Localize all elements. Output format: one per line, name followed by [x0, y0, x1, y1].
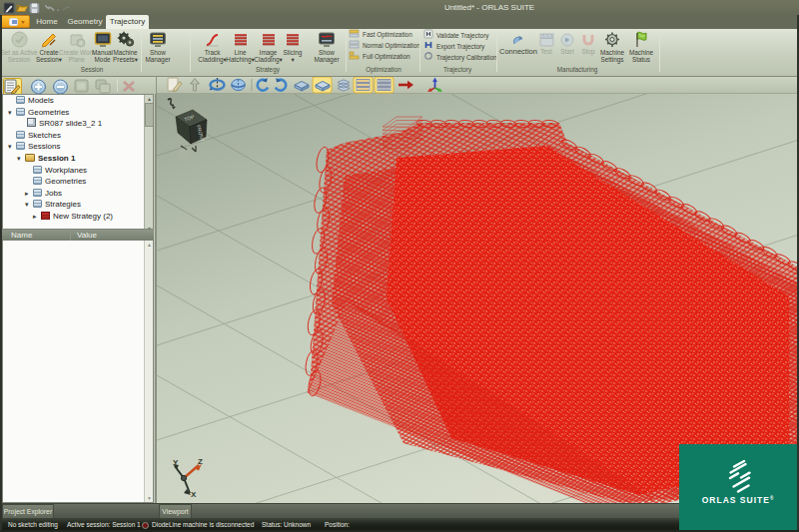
svg-text:ORLAS SUITE®: ORLAS SUITE® — [702, 495, 774, 505]
svg-text:Y: Y — [173, 458, 179, 467]
svg-text:X: X — [191, 490, 197, 499]
svg-text:Z: Z — [198, 457, 203, 466]
